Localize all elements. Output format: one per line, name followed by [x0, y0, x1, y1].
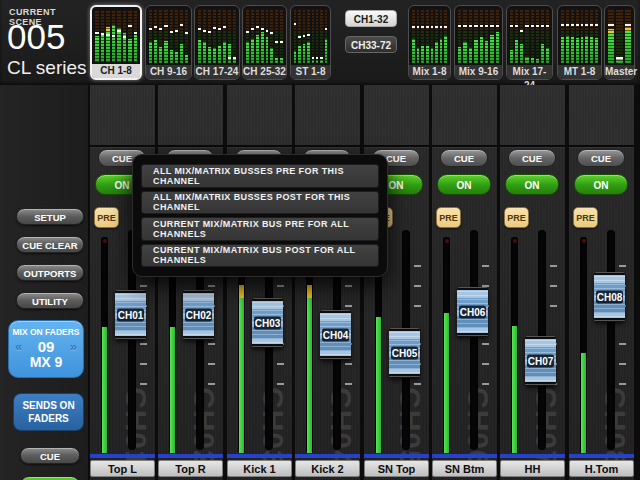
meter-bar [117, 10, 121, 62]
meter-fill [307, 298, 312, 453]
popup-item-all-mix-matrix-busses-pre-for-this-chann[interactable]: ALL MIX/MATRIX BUSSES PRE FOR THIS CHANN… [141, 164, 379, 188]
setup-button[interactable]: SETUP [16, 208, 84, 225]
meter-bar [208, 9, 211, 63]
fader-channel-label: CH06 [459, 306, 486, 319]
mix-on-faders-panel[interactable]: MIX ON FADERS « 09 » MX 9 [8, 320, 84, 378]
meter-block-label: CH 9-16 [146, 65, 191, 79]
popup-item-current-mix-matrix-bus-post-for-all-chan[interactable]: CURRENT MIX/MATRIX BUS POST FOR ALL CHAN… [141, 244, 379, 268]
clip-indicator [582, 239, 586, 243]
meter-bars [95, 10, 137, 62]
fader-handle[interactable]: CH08 [594, 272, 625, 322]
meter-bar [175, 9, 178, 63]
channel-name-plate[interactable]: H.Tom [569, 460, 634, 477]
fader-scale-tick [140, 383, 147, 385]
fader-handle[interactable]: CH03 [252, 298, 283, 348]
channel-name-plate[interactable]: SN Btm [432, 460, 497, 477]
fader-scale-tick [619, 363, 626, 365]
prev-mix-icon[interactable]: « [15, 339, 22, 354]
meter-bar [608, 9, 614, 63]
channel-color-bar [569, 454, 634, 458]
fader-scale-tick [208, 363, 215, 365]
meter-block-ch-1-8[interactable]: CH 1-8 [90, 5, 142, 80]
fader-handle[interactable]: CH05 [389, 328, 420, 378]
master-on-button[interactable]: ON [20, 476, 80, 480]
fader-scale-tick [208, 343, 215, 345]
next-mix-icon[interactable]: » [70, 339, 77, 354]
meter-block-label: Master [605, 65, 634, 79]
meter-bar [426, 9, 429, 63]
cue-button[interactable]: CUE [577, 149, 625, 167]
cue-button[interactable]: CUE [508, 149, 556, 167]
meter-bars [608, 9, 631, 63]
meter-block-label: Mix 1-8 [409, 65, 450, 79]
meter-bar [325, 9, 327, 63]
fader-handle[interactable]: CH02 [183, 290, 214, 340]
meter-block-mix-9-16[interactable]: Mix 9-16 [454, 5, 503, 80]
sends-on-faders-button[interactable]: SENDS ON FADERS [13, 393, 84, 431]
meter-block-st-1-8[interactable]: ST 1-8 [290, 5, 331, 80]
popup-item-all-mix-matrix-busses-post-for-this-chan[interactable]: ALL MIX/MATRIX BUSSES POST FOR THIS CHAN… [141, 191, 379, 215]
meter-bar [275, 9, 278, 63]
pre-badge[interactable]: PRE [504, 207, 529, 228]
popup-item-current-mix-matrix-bus-pre-for-all-chann[interactable]: CURRENT MIX/MATRIX BUS PRE FOR ALL CHANN… [141, 217, 379, 241]
meter-block-master[interactable]: Master [604, 5, 635, 80]
cue-clear-button[interactable]: CUE CLEAR [16, 236, 84, 253]
fader-scale-tick [414, 285, 421, 287]
meter-bar [571, 9, 574, 63]
meter-bar [412, 9, 415, 63]
bank-button-ch1-32[interactable]: CH1-32 [345, 10, 397, 27]
pre-badge[interactable]: PRE [436, 207, 461, 228]
meter-block-mix-17-24[interactable]: Mix 17-24 [506, 5, 553, 80]
pre-badge[interactable]: PRE [94, 207, 119, 228]
meter-block-mix-1-8[interactable]: Mix 1-8 [408, 5, 451, 80]
master-cue-button[interactable]: CUE [20, 447, 80, 464]
channel-name-plate[interactable]: Top R [158, 460, 223, 477]
fader-track[interactable] [470, 230, 478, 450]
fader-handle[interactable]: CH01 [115, 290, 146, 340]
fader-scale-tick [208, 285, 215, 287]
strip-encoder-panel [227, 85, 292, 147]
fader-handle[interactable]: CH07 [525, 336, 556, 386]
meter-bar [440, 9, 443, 63]
outports-button[interactable]: OUTPORTS [16, 264, 84, 281]
channel-name-plate[interactable]: Kick 2 [295, 460, 360, 477]
channel-name-plate[interactable]: HH [500, 460, 565, 477]
meter-bar [246, 9, 249, 63]
channel-color-bar [364, 454, 429, 458]
on-button[interactable]: ON [574, 174, 628, 195]
meter-bar [280, 9, 283, 63]
meter-block-ch-9-16[interactable]: CH 9-16 [145, 5, 192, 80]
on-button[interactable]: ON [505, 174, 559, 195]
meter-fill [239, 298, 244, 453]
meter-bar [541, 9, 544, 63]
meter-block-label: CH 1-8 [92, 64, 140, 78]
channel-name-plate[interactable]: SN Top [364, 460, 429, 477]
channel-name-plate[interactable]: Kick 1 [227, 460, 292, 477]
meter-block-mt-1-8[interactable]: MT 1-8 [557, 5, 602, 80]
meter-block-ch-25-32[interactable]: CH 25-32 [242, 5, 287, 80]
cue-button[interactable]: CUE [440, 149, 488, 167]
utility-button[interactable]: UTILITY [16, 292, 84, 309]
strip-encoder-panel [500, 85, 565, 147]
fader-scale-tick [414, 383, 421, 385]
fader-track[interactable] [607, 230, 615, 450]
meter-fill [102, 327, 107, 453]
meter-bar [616, 9, 622, 63]
meter-bar [431, 9, 434, 63]
fader-scale-tick [140, 343, 147, 345]
fader-handle[interactable]: CH04 [320, 310, 351, 360]
meter-bar [251, 9, 254, 63]
pre-badge[interactable]: PRE [573, 207, 598, 228]
on-button[interactable]: ON [437, 174, 491, 195]
bank-button-ch33-72[interactable]: CH33-72 [345, 36, 397, 53]
clip-indicator [445, 239, 449, 243]
meter-bar [256, 9, 259, 63]
channel-name-plate[interactable]: Top L [90, 460, 155, 477]
meter-bar [485, 9, 488, 63]
meter-bar [170, 9, 173, 63]
meter-bar [134, 10, 138, 62]
level-meter [443, 237, 450, 453]
fader-handle[interactable]: CH06 [457, 287, 488, 337]
meter-block-ch-17-24[interactable]: CH 17-24 [194, 5, 240, 80]
meter-bars [149, 9, 188, 63]
